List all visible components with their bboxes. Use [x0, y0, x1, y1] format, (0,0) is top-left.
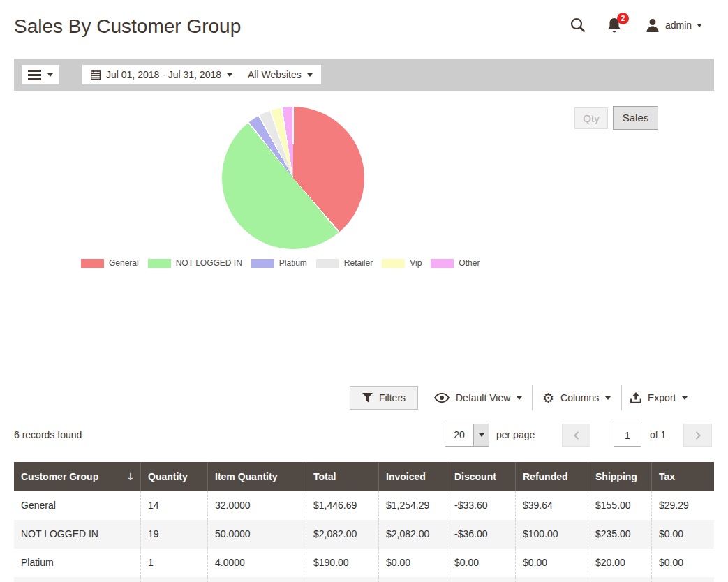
previous-page-button[interactable] [562, 424, 590, 447]
username-label: admin [665, 20, 692, 31]
current-page-input[interactable] [614, 424, 641, 447]
table-cell: 1 [140, 549, 207, 577]
columns-label: Columns [560, 392, 599, 403]
legend-item: Vip [382, 258, 422, 268]
sales-by-customer-group-page: Sales By Customer Group 2 admin [0, 0, 728, 582]
legend-item: Other [431, 258, 480, 268]
table-cell: $0.00 [447, 549, 515, 577]
chevron-down-icon [517, 396, 522, 400]
columns-control[interactable]: ⚙ Columns [542, 386, 611, 410]
chevron-down-icon [479, 433, 484, 437]
legend-label: Other [459, 258, 480, 268]
user-icon [645, 17, 660, 33]
column-header[interactable]: Item Quantity [207, 462, 306, 491]
table-cell [651, 577, 714, 582]
table-cell: $155.00 [588, 491, 651, 520]
table-cell: $1,446.69 [306, 491, 378, 520]
legend-swatch [251, 259, 274, 268]
search-icon[interactable] [570, 17, 586, 33]
per-page-label: per page [496, 429, 535, 440]
chevron-down-icon [227, 73, 232, 77]
chevron-right-icon [694, 430, 702, 441]
legend-swatch [431, 259, 454, 268]
chevron-down-icon [307, 73, 313, 77]
website-scope-label: All Websites [248, 69, 302, 80]
table-cell [306, 577, 378, 582]
total-pages-label: of 1 [650, 429, 666, 440]
table-cell: $20.00 [588, 549, 651, 577]
chevron-down-icon [682, 396, 688, 400]
table-cell: $0.00 [651, 520, 714, 549]
filter-funnel-icon [362, 393, 373, 403]
column-header[interactable]: Refunded [515, 462, 588, 491]
default-view-label: Default View [456, 392, 510, 403]
records-found-label: 6 records found [14, 429, 82, 440]
table-cell: $39.64 [515, 491, 588, 520]
column-header[interactable]: Tax [651, 462, 714, 491]
chevron-down-icon [697, 24, 702, 27]
divider [532, 385, 533, 410]
table-cell: $2,082.00 [378, 520, 447, 549]
legend-item: Retailer [316, 258, 373, 268]
column-header[interactable]: Invoiced [378, 462, 447, 491]
table-row: General1432.0000$1,446.69$1,254.29-$33.6… [14, 491, 714, 520]
legend-label: NOT LOGGED IN [176, 258, 242, 268]
per-page-value: 20 [445, 424, 473, 446]
table-row-partial [14, 577, 714, 582]
column-header-label: Discount [454, 471, 496, 482]
report-data-grid: Customer Group↓QuantityItem QuantityTota… [14, 462, 714, 582]
column-header-label: Quantity [148, 471, 188, 482]
column-header[interactable]: Quantity [140, 462, 207, 491]
column-header-label: Item Quantity [215, 471, 277, 482]
export-icon [630, 392, 641, 403]
date-range-button[interactable]: Jul 01, 2018 - Jul 31, 2018 [82, 65, 241, 84]
column-header[interactable]: Discount [447, 462, 515, 491]
column-header-label: Total [313, 471, 336, 482]
table-cell: 14 [140, 491, 207, 520]
table-cell: $100.00 [515, 520, 588, 549]
sort-descending-icon: ↓ [126, 471, 135, 482]
table-cell: $1,254.29 [378, 491, 447, 520]
table-row: Platium14.0000$190.00$0.00$0.00$0.00$20.… [14, 549, 714, 577]
column-header[interactable]: Shipping [588, 462, 651, 491]
column-header-label: Refunded [523, 471, 568, 482]
report-filter-toolbar: Jul 01, 2018 - Jul 31, 2018 All Websites [14, 59, 714, 91]
column-header[interactable]: Total [306, 462, 378, 491]
table-cell: $2,082.00 [306, 520, 378, 549]
legend-label: General [109, 258, 139, 268]
next-page-button[interactable] [683, 424, 712, 447]
gear-icon: ⚙ [542, 391, 554, 405]
table-cell: $0.00 [515, 549, 588, 577]
table-cell: 32.0000 [207, 491, 306, 520]
table-cell: NOT LOGGED IN [14, 520, 140, 549]
per-page-select[interactable]: 20 [445, 424, 489, 447]
table-cell: $0.00 [651, 549, 714, 577]
table-row: NOT LOGGED IN1950.0000$2,082.00$2,082.00… [14, 520, 714, 549]
report-menu-button[interactable] [22, 65, 59, 84]
table-body: General1432.0000$1,446.69$1,254.29-$33.6… [14, 491, 714, 582]
notification-count-badge[interactable]: 2 [617, 13, 629, 24]
qty-toggle-button[interactable]: Qty [574, 107, 608, 129]
table-cell [447, 577, 515, 582]
legend-label: Platium [279, 258, 307, 268]
table-cell [378, 577, 447, 582]
legend-item: General [81, 258, 139, 268]
legend-swatch [316, 259, 339, 268]
column-header-label: Shipping [595, 471, 637, 482]
chevron-left-icon [572, 430, 581, 441]
table-cell: $235.00 [588, 520, 651, 549]
legend-item: Platium [251, 258, 307, 268]
legend-label: Retailer [344, 258, 373, 268]
export-control[interactable]: Export [630, 386, 688, 410]
admin-user-menu[interactable]: admin [645, 17, 702, 33]
column-header[interactable]: Customer Group↓ [14, 462, 140, 491]
table-cell [588, 577, 651, 582]
chevron-down-icon [605, 396, 611, 400]
sales-toggle-button[interactable]: Sales [613, 106, 658, 130]
filters-button[interactable]: Filters [350, 386, 418, 410]
table-cell: -$36.00 [447, 520, 515, 549]
default-view-control[interactable]: Default View [434, 386, 522, 410]
website-scope-button[interactable]: All Websites [239, 65, 321, 84]
table-header-row: Customer Group↓QuantityItem QuantityTota… [14, 462, 714, 491]
table-cell: $0.00 [378, 549, 447, 577]
